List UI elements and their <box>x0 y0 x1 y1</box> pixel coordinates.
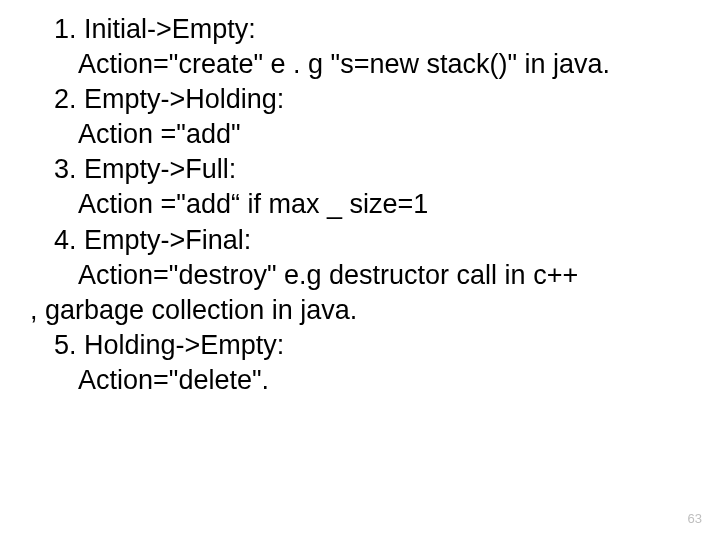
transition-2-action: Action ="add" <box>30 117 700 152</box>
transition-4-action-a: Action="destroy" e.g destructor call in … <box>30 258 700 293</box>
slide: 1. Initial->Empty: Action="create" e . g… <box>0 0 720 540</box>
transition-5-heading: 5. Holding->Empty: <box>30 328 700 363</box>
slide-text-block: 1. Initial->Empty: Action="create" e . g… <box>30 12 700 398</box>
transition-4-heading: 4. Empty->Final: <box>30 223 700 258</box>
transition-3-heading: 3. Empty->Full: <box>30 152 700 187</box>
page-number: 63 <box>688 511 702 526</box>
transition-3-action: Action ="add“ if max _ size=1 <box>30 187 700 222</box>
transition-1-heading: 1. Initial->Empty: <box>30 12 700 47</box>
transition-5-action: Action="delete". <box>30 363 700 398</box>
transition-2-heading: 2. Empty->Holding: <box>30 82 700 117</box>
transition-4-action-b: , garbage collection in java. <box>30 293 700 328</box>
transition-1-action: Action="create" e . g "s=new stack()" in… <box>30 47 700 82</box>
